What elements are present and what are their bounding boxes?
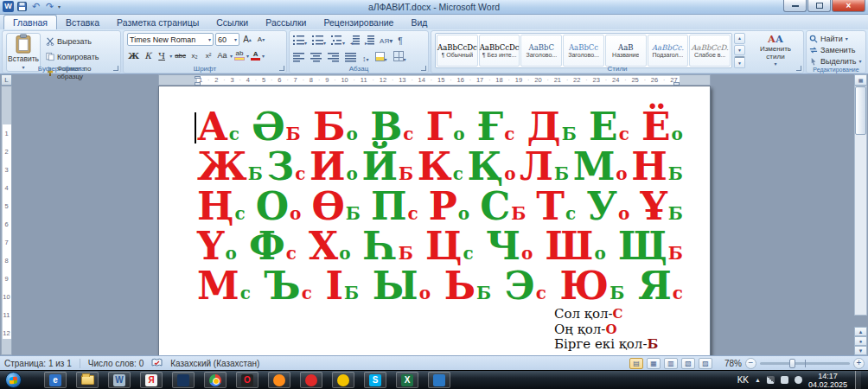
subscript-button[interactable]: x₂ — [188, 49, 201, 61]
language-indicator[interactable]: Казахский (Казахстан) — [170, 359, 259, 368]
style-item-5[interactable]: AaBbCc.Подзагол... — [648, 35, 689, 67]
right-indent-marker[interactable] — [673, 82, 680, 86]
close-button[interactable]: × — [832, 0, 865, 12]
taskbar-internet-explorer-icon[interactable]: e — [44, 372, 67, 388]
taskbar-dark-blue-app-icon[interactable] — [172, 372, 195, 388]
align-left-button[interactable] — [293, 52, 304, 62]
first-line-indent-marker[interactable] — [195, 76, 201, 79]
taskbar-blue-app-icon[interactable] — [428, 372, 450, 388]
word-count[interactable]: Число слов: 0 — [88, 359, 144, 368]
show-desktop-button[interactable] — [855, 371, 861, 389]
scroll-down-icon[interactable]: ▼ — [854, 346, 867, 355]
zoom-slider[interactable] — [760, 362, 850, 365]
ribbon-tab-4[interactable]: Рассылки — [257, 16, 315, 29]
scroll-up-icon[interactable]: ▲ — [854, 327, 867, 336]
print-layout-view-icon[interactable]: ▤ — [629, 358, 643, 369]
taskbar-skype-icon[interactable]: S — [364, 372, 386, 388]
change-case-caret-icon[interactable]: ▾ — [230, 53, 233, 59]
replace-button[interactable]: Заменить — [807, 44, 865, 55]
gallery-scroll-down-icon[interactable]: ▼ — [734, 45, 745, 56]
highlight-caret-icon[interactable]: ▾ — [246, 53, 249, 59]
decrease-indent-button[interactable]: ◂ — [350, 33, 360, 48]
ribbon-tab-5[interactable]: Рецензирование — [315, 16, 402, 29]
style-item-0[interactable]: AaBbCcDc¶ Обычный — [437, 35, 478, 67]
underline-button[interactable]: Ч — [156, 49, 168, 61]
multilevel-list-button[interactable]: ▾ — [331, 33, 345, 48]
taskbar-yellow-app-icon[interactable] — [332, 372, 354, 388]
network-tray-icon[interactable] — [767, 376, 775, 384]
sort-button[interactable]: АЯ▾ — [380, 37, 393, 45]
volume-tray-icon[interactable] — [781, 376, 788, 384]
ribbon-tab-1[interactable]: Вставка — [57, 16, 108, 29]
styles-dialog-launcher-icon[interactable] — [796, 66, 801, 71]
web-layout-view-icon[interactable]: ▥ — [664, 358, 678, 369]
fullscreen-view-icon[interactable]: ▦ — [647, 358, 661, 369]
language-bar[interactable]: KK — [737, 375, 749, 385]
alphabet-text[interactable]: АсӘББоВсГоҒсДБЕсЁоЖБЗсИоЙБКсҚоЛБМоНБҢсОо… — [197, 107, 684, 306]
ribbon-tab-0[interactable]: Главная — [3, 15, 57, 29]
vertical-scrollbar[interactable]: ▦ ▲ ● ▼ — [854, 74, 867, 355]
page-indicator[interactable]: Страница: 1 из 1 — [4, 359, 72, 368]
line-spacing-button[interactable]: ↕▾ — [362, 49, 369, 65]
style-item-1[interactable]: AaBbCcDc¶ Без инте... — [479, 35, 520, 67]
font-dialog-launcher-icon[interactable] — [279, 66, 284, 71]
paragraph-dialog-launcher-icon[interactable] — [421, 66, 426, 71]
taskbar-word-document-icon[interactable]: W — [108, 372, 131, 388]
bold-button[interactable]: Ж — [127, 49, 140, 61]
highlight-color-button[interactable]: ab — [234, 50, 245, 61]
draft-view-icon[interactable]: ▨ — [699, 358, 712, 369]
increase-indent-button[interactable]: ▸ — [365, 33, 374, 48]
horizontal-ruler[interactable]: 1·2·3·4·5·6·7·8·9·10·11·12·13·14·15·16·1… — [158, 74, 711, 86]
copy-button[interactable]: Копировать — [44, 51, 100, 62]
clipboard-dialog-launcher-icon[interactable] — [113, 66, 118, 71]
style-item-4[interactable]: AaBНазвание — [605, 35, 647, 67]
gallery-scroll-up-icon[interactable]: ▲ — [734, 33, 745, 44]
document-page[interactable]: АсӘББоВсГоҒсДБЕсЁоЖБЗсИоЙБКсҚоЛБМоНБҢсОо… — [158, 86, 711, 355]
italic-button[interactable]: К — [142, 49, 154, 61]
clock[interactable]: 14:17 04.02.2025 — [808, 372, 847, 389]
underline-caret-icon[interactable]: ▾ — [169, 53, 172, 59]
outline-view-icon[interactable]: ▧ — [681, 358, 695, 369]
spelling-status-icon[interactable] — [151, 358, 163, 369]
style-item-2[interactable]: AaBbCЗаголово... — [520, 35, 562, 67]
borders-button[interactable]: ▾ — [393, 49, 406, 65]
font-name-select[interactable]: Times New Roman▾ — [127, 33, 214, 46]
shrink-font-button[interactable]: А▾ — [255, 34, 267, 46]
action-center-tray-icon[interactable] — [795, 376, 802, 384]
strikethrough-button[interactable]: abc — [174, 49, 187, 61]
style-item-3[interactable]: AaBbCcЗаголово... — [563, 35, 604, 67]
cut-button[interactable]: Вырезать — [44, 36, 93, 48]
ribbon-tab-3[interactable]: Ссылки — [207, 16, 257, 29]
taskbar-green-office-app-icon[interactable]: X — [396, 372, 418, 388]
browse-object-icon[interactable]: ● — [854, 336, 867, 346]
font-color-caret-icon[interactable]: ▾ — [262, 53, 265, 59]
taskbar-red-browser-icon[interactable] — [300, 372, 322, 388]
minimize-button[interactable] — [783, 0, 807, 12]
align-center-button[interactable] — [310, 52, 322, 62]
font-size-select[interactable]: 60▾ — [215, 33, 239, 46]
bullets-button[interactable]: ▾ — [293, 33, 307, 48]
scrollbar-thumb[interactable] — [855, 86, 866, 135]
taskbar-file-explorer-folder-icon[interactable] — [76, 372, 99, 388]
superscript-button[interactable]: x² — [202, 49, 214, 61]
select-button[interactable]: Выделить ▾ — [807, 55, 865, 67]
grow-font-button[interactable]: А▴ — [241, 34, 253, 46]
taskbar-firefox-icon[interactable] — [268, 372, 290, 388]
ribbon-tab-6[interactable]: Вид — [402, 16, 436, 29]
font-color-button[interactable]: А — [251, 51, 260, 61]
justify-button[interactable] — [345, 52, 356, 62]
taskbar-chrome-icon[interactable] — [204, 372, 227, 388]
maximize-button[interactable] — [807, 0, 831, 12]
change-case-button[interactable]: Аа — [216, 49, 228, 61]
numbering-button[interactable]: ▾ — [312, 33, 326, 48]
ribbon-tab-2[interactable]: Разметка страницы — [108, 16, 207, 29]
zoom-in-button[interactable]: + — [853, 358, 865, 369]
zoom-slider-thumb[interactable] — [789, 359, 795, 368]
start-button[interactable] — [5, 372, 22, 388]
ruler-toggle-icon[interactable]: ▦ — [854, 74, 867, 86]
taskbar-yandex-browser-icon[interactable]: Я — [140, 372, 163, 388]
style-item-6[interactable]: AaBbCcD.Слабое в... — [689, 35, 731, 67]
align-right-button[interactable] — [328, 52, 339, 62]
taskbar-opera-icon[interactable]: O — [236, 372, 258, 388]
vertical-ruler[interactable]: 123456789101112 — [1, 86, 12, 355]
